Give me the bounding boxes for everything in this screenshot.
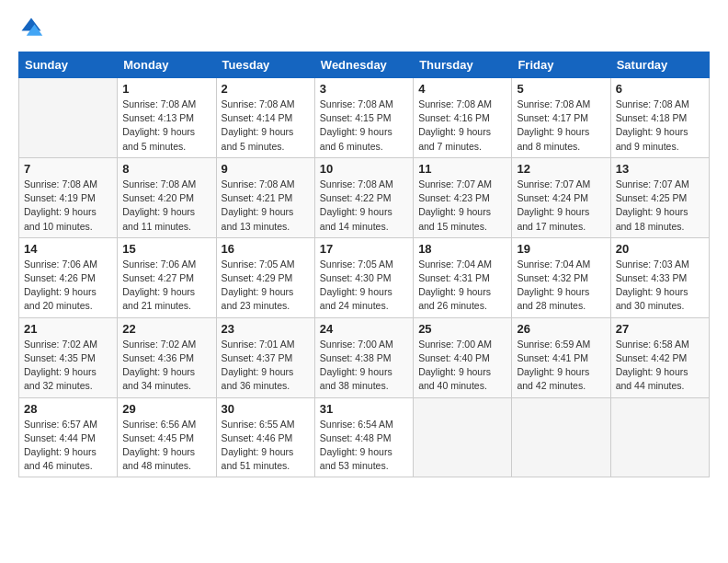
day-number: 30	[222, 402, 310, 416]
day-info: Sunrise: 6:55 AMSunset: 4:46 PMDaylight:…	[222, 418, 310, 474]
day-info: Sunrise: 7:02 AMSunset: 4:36 PMDaylight:…	[122, 338, 210, 394]
day-info: Sunrise: 7:08 AMSunset: 4:14 PMDaylight:…	[222, 98, 310, 154]
day-info: Sunrise: 7:08 AMSunset: 4:18 PMDaylight:…	[616, 98, 704, 154]
day-info: Sunrise: 7:08 AMSunset: 4:15 PMDaylight:…	[320, 98, 408, 154]
day-info: Sunrise: 7:04 AMSunset: 4:32 PMDaylight:…	[517, 258, 605, 314]
day-info: Sunrise: 7:07 AMSunset: 4:24 PMDaylight:…	[517, 178, 605, 234]
calendar-cell: 13Sunrise: 7:07 AMSunset: 4:25 PMDayligh…	[610, 157, 709, 237]
day-info: Sunrise: 7:02 AMSunset: 4:35 PMDaylight:…	[24, 338, 112, 394]
day-info: Sunrise: 7:08 AMSunset: 4:22 PMDaylight:…	[320, 178, 408, 234]
day-info: Sunrise: 7:06 AMSunset: 4:27 PMDaylight:…	[122, 258, 210, 314]
header	[18, 15, 710, 40]
calendar-cell: 12Sunrise: 7:07 AMSunset: 4:24 PMDayligh…	[512, 157, 610, 237]
calendar-cell	[19, 78, 118, 158]
calendar-cell: 19Sunrise: 7:04 AMSunset: 4:32 PMDayligh…	[512, 237, 610, 317]
calendar-cell: 17Sunrise: 7:05 AMSunset: 4:30 PMDayligh…	[314, 237, 413, 317]
day-info: Sunrise: 7:03 AMSunset: 4:33 PMDaylight:…	[616, 258, 704, 314]
logo	[18, 15, 48, 40]
day-number: 14	[24, 242, 112, 256]
day-info: Sunrise: 6:58 AMSunset: 4:42 PMDaylight:…	[616, 338, 704, 394]
day-info: Sunrise: 7:08 AMSunset: 4:20 PMDaylight:…	[122, 178, 210, 234]
calendar-cell: 10Sunrise: 7:08 AMSunset: 4:22 PMDayligh…	[314, 157, 413, 237]
calendar-cell: 28Sunrise: 6:57 AMSunset: 4:44 PMDayligh…	[19, 397, 118, 477]
day-number: 15	[122, 242, 210, 256]
weekday-header: Saturday	[610, 52, 709, 78]
calendar-cell: 5Sunrise: 7:08 AMSunset: 4:17 PMDaylight…	[512, 78, 610, 158]
calendar-week-row: 28Sunrise: 6:57 AMSunset: 4:44 PMDayligh…	[19, 397, 710, 477]
calendar-cell: 2Sunrise: 7:08 AMSunset: 4:14 PMDaylight…	[216, 78, 314, 158]
calendar-cell: 9Sunrise: 7:08 AMSunset: 4:21 PMDaylight…	[216, 157, 314, 237]
day-number: 11	[418, 162, 506, 176]
weekday-header: Tuesday	[216, 52, 314, 78]
day-number: 26	[517, 322, 605, 336]
day-number: 31	[320, 402, 408, 416]
day-number: 2	[222, 82, 310, 96]
calendar-cell: 30Sunrise: 6:55 AMSunset: 4:46 PMDayligh…	[216, 397, 314, 477]
calendar-cell	[610, 397, 709, 477]
calendar-cell	[512, 397, 610, 477]
day-number: 19	[517, 242, 605, 256]
day-number: 24	[320, 322, 408, 336]
calendar-cell: 7Sunrise: 7:08 AMSunset: 4:19 PMDaylight…	[19, 157, 118, 237]
day-info: Sunrise: 7:04 AMSunset: 4:31 PMDaylight:…	[418, 258, 506, 314]
day-number: 29	[122, 402, 210, 416]
calendar-cell: 15Sunrise: 7:06 AMSunset: 4:27 PMDayligh…	[118, 237, 216, 317]
calendar-cell: 16Sunrise: 7:05 AMSunset: 4:29 PMDayligh…	[216, 237, 314, 317]
calendar-cell: 22Sunrise: 7:02 AMSunset: 4:36 PMDayligh…	[118, 317, 216, 397]
calendar-week-row: 7Sunrise: 7:08 AMSunset: 4:19 PMDaylight…	[19, 157, 710, 237]
calendar-cell: 20Sunrise: 7:03 AMSunset: 4:33 PMDayligh…	[610, 237, 709, 317]
day-info: Sunrise: 7:08 AMSunset: 4:19 PMDaylight:…	[24, 178, 112, 234]
weekday-header: Monday	[118, 52, 216, 78]
calendar-cell: 26Sunrise: 6:59 AMSunset: 4:41 PMDayligh…	[512, 317, 610, 397]
calendar-cell: 1Sunrise: 7:08 AMSunset: 4:13 PMDaylight…	[118, 78, 216, 158]
day-number: 17	[320, 242, 408, 256]
day-info: Sunrise: 7:05 AMSunset: 4:30 PMDaylight:…	[320, 258, 408, 314]
calendar-cell: 8Sunrise: 7:08 AMSunset: 4:20 PMDaylight…	[118, 157, 216, 237]
calendar-cell: 25Sunrise: 7:00 AMSunset: 4:40 PMDayligh…	[414, 317, 512, 397]
day-number: 23	[222, 322, 310, 336]
day-number: 12	[517, 162, 605, 176]
calendar-cell: 18Sunrise: 7:04 AMSunset: 4:31 PMDayligh…	[414, 237, 512, 317]
day-info: Sunrise: 7:08 AMSunset: 4:16 PMDaylight:…	[418, 98, 506, 154]
day-info: Sunrise: 6:54 AMSunset: 4:48 PMDaylight:…	[320, 418, 408, 474]
day-info: Sunrise: 7:07 AMSunset: 4:25 PMDaylight:…	[616, 178, 704, 234]
calendar-week-row: 21Sunrise: 7:02 AMSunset: 4:35 PMDayligh…	[19, 317, 710, 397]
day-info: Sunrise: 7:07 AMSunset: 4:23 PMDaylight:…	[418, 178, 506, 234]
calendar-cell: 27Sunrise: 6:58 AMSunset: 4:42 PMDayligh…	[610, 317, 709, 397]
day-info: Sunrise: 7:00 AMSunset: 4:38 PMDaylight:…	[320, 338, 408, 394]
calendar-cell: 11Sunrise: 7:07 AMSunset: 4:23 PMDayligh…	[414, 157, 512, 237]
weekday-row: SundayMondayTuesdayWednesdayThursdayFrid…	[19, 52, 710, 78]
day-number: 10	[320, 162, 408, 176]
day-number: 22	[122, 322, 210, 336]
day-number: 7	[24, 162, 112, 176]
day-number: 6	[616, 82, 704, 96]
day-number: 25	[418, 322, 506, 336]
logo-icon	[18, 15, 44, 40]
day-info: Sunrise: 7:08 AMSunset: 4:17 PMDaylight:…	[517, 98, 605, 154]
day-info: Sunrise: 7:08 AMSunset: 4:21 PMDaylight:…	[222, 178, 310, 234]
day-number: 16	[222, 242, 310, 256]
day-number: 18	[418, 242, 506, 256]
day-info: Sunrise: 6:56 AMSunset: 4:45 PMDaylight:…	[122, 418, 210, 474]
day-info: Sunrise: 7:01 AMSunset: 4:37 PMDaylight:…	[222, 338, 310, 394]
calendar-cell: 4Sunrise: 7:08 AMSunset: 4:16 PMDaylight…	[414, 78, 512, 158]
weekday-header: Wednesday	[314, 52, 413, 78]
weekday-header: Thursday	[414, 52, 512, 78]
calendar-cell: 24Sunrise: 7:00 AMSunset: 4:38 PMDayligh…	[314, 317, 413, 397]
calendar-week-row: 1Sunrise: 7:08 AMSunset: 4:13 PMDaylight…	[19, 78, 710, 158]
calendar-cell: 3Sunrise: 7:08 AMSunset: 4:15 PMDaylight…	[314, 78, 413, 158]
calendar-week-row: 14Sunrise: 7:06 AMSunset: 4:26 PMDayligh…	[19, 237, 710, 317]
page: SundayMondayTuesdayWednesdayThursdayFrid…	[0, 0, 728, 563]
calendar-body: 1Sunrise: 7:08 AMSunset: 4:13 PMDaylight…	[19, 78, 710, 477]
day-number: 4	[418, 82, 506, 96]
calendar-cell: 29Sunrise: 6:56 AMSunset: 4:45 PMDayligh…	[118, 397, 216, 477]
day-number: 1	[122, 82, 210, 96]
day-info: Sunrise: 7:06 AMSunset: 4:26 PMDaylight:…	[24, 258, 112, 314]
day-number: 28	[24, 402, 112, 416]
day-number: 20	[616, 242, 704, 256]
calendar: SundayMondayTuesdayWednesdayThursdayFrid…	[18, 52, 710, 477]
day-info: Sunrise: 6:57 AMSunset: 4:44 PMDaylight:…	[24, 418, 112, 474]
calendar-header: SundayMondayTuesdayWednesdayThursdayFrid…	[19, 52, 710, 78]
calendar-cell: 14Sunrise: 7:06 AMSunset: 4:26 PMDayligh…	[19, 237, 118, 317]
day-number: 9	[222, 162, 310, 176]
